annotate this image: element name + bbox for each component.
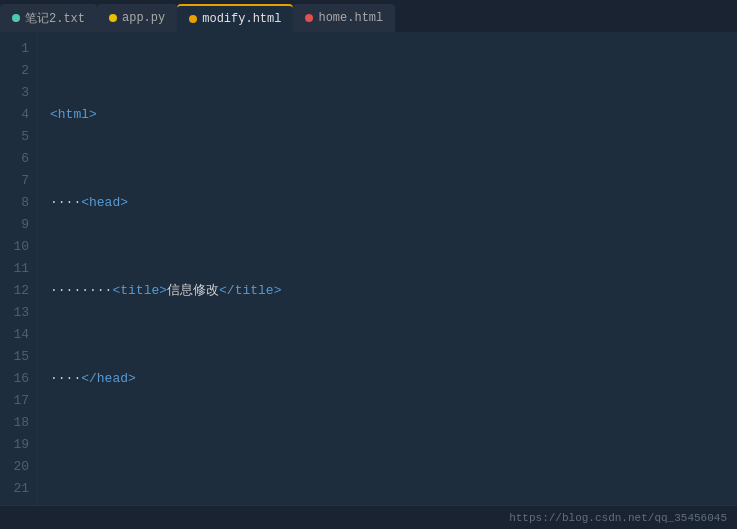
tab-app[interactable]: app.py (97, 4, 177, 32)
code-line-5 (50, 456, 737, 478)
code-line-2: ····<head> (50, 192, 737, 214)
tab-home[interactable]: home.html (293, 4, 395, 32)
tab-icon-home (305, 14, 313, 22)
tab-notes[interactable]: 笔记2.txt (0, 4, 97, 32)
tab-label-home: home.html (318, 11, 383, 25)
code-line-1: <html> (50, 104, 737, 126)
status-url: https://blog.csdn.net/qq_35456045 (509, 512, 727, 524)
tab-icon-notes (12, 14, 20, 22)
code-line-3: ········<title>信息修改</title> (50, 280, 737, 302)
tab-label-modify: modify.html (202, 12, 281, 26)
tab-bar: 笔记2.txt app.py modify.html home.html (0, 0, 737, 32)
code-content[interactable]: <html> ····<head> ········<title>信息修改</t… (38, 32, 737, 505)
code-line-4: ····</head> (50, 368, 737, 390)
tab-modify[interactable]: modify.html (177, 4, 293, 32)
tab-icon-app (109, 14, 117, 22)
status-bar: https://blog.csdn.net/qq_35456045 (0, 505, 737, 529)
editor-area: 1 2 3 4 5 6 7 8 9 10 11 12 13 14 15 16 1… (0, 32, 737, 505)
tab-icon-modify (189, 15, 197, 23)
tab-label-notes: 笔记2.txt (25, 10, 85, 27)
line-numbers: 1 2 3 4 5 6 7 8 9 10 11 12 13 14 15 16 1… (0, 32, 38, 505)
tab-label-app: app.py (122, 11, 165, 25)
